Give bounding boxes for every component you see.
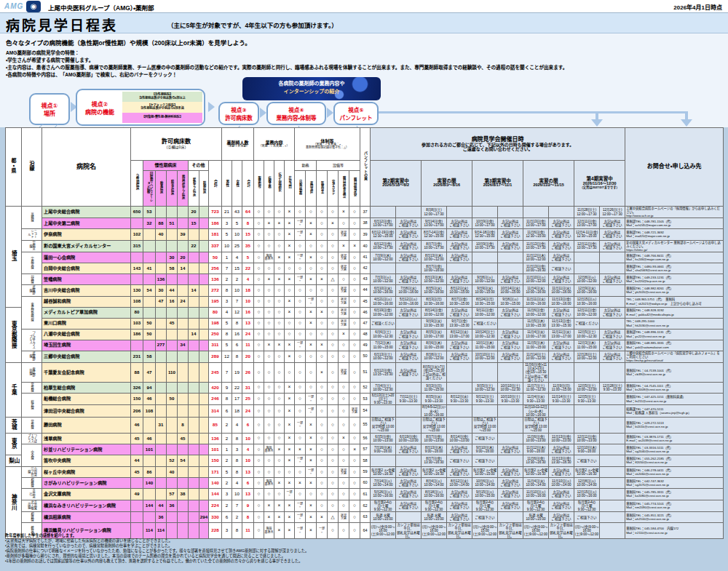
pharmacist-count-cell: 3 <box>222 218 232 229</box>
line-cell: 宇都宮線 <box>22 240 42 252</box>
mark-cell: ○ <box>349 318 360 329</box>
header-hospital-name: 病院名 <box>42 128 131 207</box>
pharmacist-count-cell: 13 <box>242 489 254 500</box>
bed-count-cell: 80 <box>131 307 143 318</box>
amg-logo-text: AMG <box>4 2 23 10</box>
schedule-cell: 11月10日(火) 10:00～16:00 <box>523 489 549 500</box>
bed-count-cell: 50 <box>167 393 178 405</box>
mark-cell: ○ <box>254 340 264 351</box>
schedule-cell: 10月24日(土) 10:00～12:30 <box>472 329 498 340</box>
schedule-cell: 7月4日(土) 10:00～12:30 <box>371 382 396 393</box>
mark-cell: × <box>285 340 295 351</box>
schedule-cell: 日程はご相談下さい 見学時間 13:00～15:00 <box>371 417 396 433</box>
mark-cell: ○ <box>295 466 306 477</box>
mark-cell: △ <box>328 274 339 285</box>
contact-cell: 薬剤科TEL：03-3876-1711（代） E-mail：as2039@cre… <box>625 433 724 444</box>
bed-count-cell: 186 <box>131 329 143 340</box>
bed-count-cell <box>189 433 199 444</box>
schedule-cell: 8月7日(金) 10:00～13:00 <box>422 433 447 444</box>
mark-cell: ○ <box>317 285 328 296</box>
bed-count-cell <box>199 252 209 263</box>
pharmacist-count-cell: 7 <box>232 500 242 512</box>
schedule-cell <box>371 206 396 217</box>
mark-cell: ○ <box>328 444 339 455</box>
schedule-cell: 6月5日(金) 10:00～13:00 <box>371 433 396 444</box>
mark-cell: ○ <box>295 405 306 418</box>
schedule-cell: 左記以外は ご相談下さい <box>498 218 523 229</box>
schedule-cell: 左記以外は ご相談下さい <box>549 274 574 285</box>
bed-count-cell <box>199 285 209 296</box>
pharmacist-count-cell: 4 <box>232 478 242 489</box>
bed-count-cell: 86 <box>143 466 156 477</box>
mark-cell: ○ <box>254 444 264 455</box>
schedule-cell: ご相談下さい <box>574 512 600 523</box>
pharmacist-count-cell: 11 <box>242 340 254 351</box>
mark-cell: 状況 次第 <box>339 512 349 523</box>
schedule-cell: 左記以外は ご相談下さい <box>396 351 422 362</box>
mark-cell: ○ <box>264 405 274 418</box>
bed-count-cell <box>199 263 209 274</box>
schedule-cell: 7月16日(木) 9:00～16:00 <box>371 444 396 455</box>
mark-cell: ○ <box>254 263 264 274</box>
bed-count-cell <box>178 500 189 512</box>
internship-banner[interactable]: 各病院の薬剤師の業務内容や インターンシップの紹介 <box>242 77 381 100</box>
mark-cell: ○ <box>349 263 360 274</box>
contact-cell: 三郷中央総合病院ホームページの「病院見学申し込みフォーム」をご利用ください ht… <box>625 351 724 362</box>
comment-line: ・1年目の薬剤師のお話しでは国家試験等の仕事以外の内容も教えて頂き、進路を選択す… <box>5 559 309 564</box>
mark-cell: × <box>306 512 317 523</box>
mark-cell: 状況 次第 <box>339 263 349 274</box>
pamphlet-page-cell: 39 <box>360 229 371 240</box>
mark-cell: ○ <box>254 296 264 307</box>
bed-count-cell: 24 <box>178 296 189 307</box>
schedule-cell <box>600 263 625 274</box>
schedule-cell: 11月11日(水) 13:00～17:00 <box>549 329 574 340</box>
schedule-cell: 11月5日(木) 11:00～15:00 <box>523 340 549 351</box>
bed-count-cell <box>189 405 199 418</box>
bed-count-cell: 38 <box>178 489 189 500</box>
header-bed-total: 合計 <box>209 161 222 207</box>
bed-count-cell <box>143 455 156 467</box>
mark-cell: ○ <box>306 489 317 500</box>
schedule-cell <box>498 263 523 274</box>
pharmacist-count-cell: 8 <box>242 512 254 523</box>
banner-line1: 各病院の薬剤師の業務内容や <box>242 80 381 88</box>
schedule-cell: 毎月第2 火・金曜 10:00～16:30 <box>371 466 396 477</box>
pamphlet-page-cell: 48 <box>360 329 371 340</box>
pamphlet-page-cell: 42 <box>360 263 371 274</box>
schedule-cell <box>371 263 396 274</box>
schedule-cell: 11月10・11・12日(火・水・木) 10:00～16:00 <box>523 405 549 418</box>
pharmacist-count-cell: 6 <box>242 478 254 489</box>
mark-cell: × <box>285 382 295 393</box>
mark-cell: ○ <box>339 444 349 455</box>
bed-count-cell: 52 <box>167 455 178 467</box>
hospital-name-cell: 白岡中央総合病院 <box>42 263 131 274</box>
bed-count-cell <box>199 240 209 252</box>
hospital-name-cell: 伊奈病院 <box>42 229 131 240</box>
mark-cell: ○ <box>264 329 274 340</box>
line-cell: 京浜急行 <box>22 489 42 500</box>
mark-cell: ○ <box>317 206 328 217</box>
bed-count-cell <box>167 274 178 285</box>
mark-cell: ○ <box>295 263 306 274</box>
schedule-cell: 8月8日(土) 12:00～17:30 <box>422 206 447 217</box>
schedule-cell: 8月12日(水) 13:00～17:00 <box>447 329 472 340</box>
contact-cell: 薬剤部TEL：048-766-8411（代） Mail：hs246@major.… <box>625 252 724 263</box>
bed-count-cell <box>189 252 199 263</box>
mark-cell: ○ <box>339 382 349 393</box>
pharmacist-count-cell: 2 <box>222 500 232 512</box>
schedule-cell: 左記以外は ご相談下さい <box>447 340 472 351</box>
pharmacist-count-cell: 13 <box>242 318 254 329</box>
pharmacist-count-cell: 22 <box>232 382 242 393</box>
schedule-cell <box>472 405 498 418</box>
schedule-cell: 11月13日(金) 10:00～16:30 <box>523 263 549 274</box>
bed-count-cell <box>156 455 167 467</box>
bed-count-cell: 15 <box>189 218 199 229</box>
schedule-cell: 12月9日(水) 10:00～16:00 <box>574 285 600 296</box>
mark-cell: ○ <box>295 285 306 296</box>
bed-total-cell: 198 <box>209 318 222 329</box>
line-cell: 相鉄線 <box>22 512 42 523</box>
hospital-name-cell: 埼玉回生病院 <box>42 340 131 351</box>
bed-count-cell <box>156 405 167 418</box>
line-cell: 総武線 <box>22 393 42 417</box>
hospital-name-cell: 金沢文庫病院 <box>42 489 131 500</box>
